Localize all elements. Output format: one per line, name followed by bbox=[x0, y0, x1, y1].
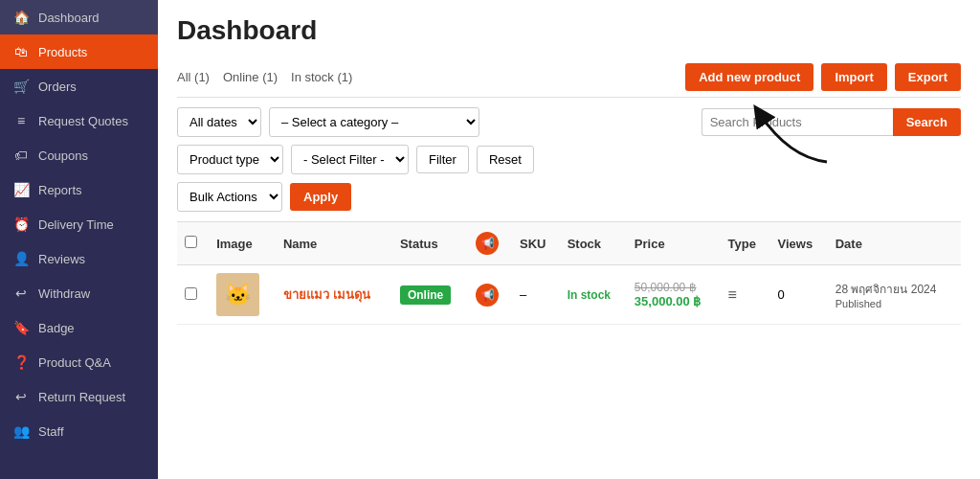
sidebar-label-delivery-time: Delivery Time bbox=[38, 217, 114, 232]
price-old: 50,000.00 ฿ bbox=[635, 281, 713, 294]
sidebar-item-request-quotes[interactable]: ≡ Request Quotes bbox=[0, 103, 158, 138]
main-content: Dashboard All (1)Online (1)In stock (1) … bbox=[158, 0, 980, 479]
row-date-cell: 28 พฤศจิกายน 2024 Published bbox=[828, 265, 961, 325]
col-megaphone: 📢 bbox=[468, 222, 512, 265]
col-type: Type bbox=[721, 222, 770, 265]
sidebar-item-coupons[interactable]: 🏷 Coupons bbox=[0, 138, 158, 172]
search-input[interactable] bbox=[702, 108, 893, 136]
sidebar-item-staff[interactable]: 👥 Staff bbox=[0, 414, 158, 448]
delivery-time-icon: ⏰ bbox=[13, 217, 29, 232]
sidebar: 🏠 Dashboard🛍 Products🛒 Orders≡ Request Q… bbox=[0, 0, 158, 479]
staff-icon: 👥 bbox=[13, 423, 29, 439]
category-select[interactable]: – Select a category – bbox=[269, 107, 479, 137]
row-checkbox[interactable] bbox=[185, 287, 197, 300]
import-button[interactable]: Import bbox=[821, 63, 886, 91]
product-date: 28 พฤศจิกายน 2024 Published bbox=[835, 280, 953, 309]
megaphone-icon[interactable]: 📢 bbox=[476, 284, 499, 307]
filter-button[interactable]: Filter bbox=[416, 146, 469, 173]
sidebar-label-reviews: Reviews bbox=[38, 252, 85, 266]
sidebar-item-products[interactable]: 🛍 Products bbox=[0, 34, 158, 69]
tab-0[interactable]: All (1) bbox=[177, 70, 210, 84]
sidebar-label-product-qa: Product Q&A bbox=[38, 355, 111, 370]
product-type-select[interactable]: Product type bbox=[177, 145, 283, 174]
filter-row-2: Product type - Select Filter - Filter Re… bbox=[177, 145, 961, 174]
row-price-cell: 50,000.00 ฿ 35,000.00 ฿ bbox=[627, 265, 721, 325]
tabs-right: Add new product Import Export bbox=[685, 63, 961, 91]
price-new: 35,000.00 ฿ bbox=[635, 294, 713, 308]
select-filter-select[interactable]: - Select Filter - bbox=[291, 145, 409, 174]
type-icon: ≡ bbox=[728, 286, 737, 303]
bulk-actions-select[interactable]: Bulk Actions bbox=[177, 182, 282, 212]
product-image: 🐱 bbox=[216, 273, 259, 316]
content-area: All (1)Online (1)In stock (1) Add new pr… bbox=[158, 54, 980, 479]
col-stock: Stock bbox=[560, 222, 627, 265]
row-megaphone-cell[interactable]: 📢 bbox=[468, 265, 512, 325]
dates-select[interactable]: All dates bbox=[177, 107, 261, 137]
sidebar-label-orders: Orders bbox=[38, 80, 77, 94]
reports-icon: 📈 bbox=[13, 182, 29, 197]
row-name-cell: ขายแมว เมนดุน bbox=[276, 265, 392, 325]
col-price: Price bbox=[627, 222, 721, 265]
export-button[interactable]: Export bbox=[895, 63, 961, 91]
row-stock-cell: In stock bbox=[560, 265, 627, 325]
row-status-cell: Online bbox=[392, 265, 468, 325]
tabs-left: All (1)Online (1)In stock (1) bbox=[177, 70, 352, 84]
coupons-icon: 🏷 bbox=[13, 148, 29, 163]
badge-icon: 🔖 bbox=[13, 320, 29, 335]
add-product-button[interactable]: Add new product bbox=[685, 63, 813, 91]
reset-button[interactable]: Reset bbox=[477, 146, 534, 173]
col-checkbox bbox=[177, 222, 209, 265]
sidebar-item-return-request[interactable]: ↩ Return Request bbox=[0, 379, 158, 414]
tab-1[interactable]: Online (1) bbox=[223, 70, 278, 84]
reviews-icon: 👤 bbox=[13, 251, 29, 266]
sidebar-label-return-request: Return Request bbox=[38, 390, 125, 404]
sidebar-item-delivery-time[interactable]: ⏰ Delivery Time bbox=[0, 207, 158, 241]
page-header: Dashboard bbox=[158, 0, 980, 54]
sidebar-item-badge[interactable]: 🔖 Badge bbox=[0, 310, 158, 345]
row-image-cell: 🐱 bbox=[209, 265, 276, 325]
sidebar-label-withdraw: Withdraw bbox=[38, 286, 90, 301]
products-table: Image Name Status 📢 SKU Stock Price Type… bbox=[177, 221, 961, 325]
sidebar-label-request-quotes: Request Quotes bbox=[38, 114, 128, 128]
return-request-icon: ↩ bbox=[13, 389, 29, 404]
sidebar-label-coupons: Coupons bbox=[38, 148, 88, 163]
sidebar-label-staff: Staff bbox=[38, 424, 64, 439]
sidebar-item-withdraw[interactable]: ↩ Withdraw bbox=[0, 276, 158, 310]
page-title: Dashboard bbox=[177, 15, 961, 46]
product-name[interactable]: ขายแมว เมนดุน bbox=[283, 287, 370, 302]
filter-row-1: All dates – Select a category – Search bbox=[177, 107, 961, 137]
stock-status: In stock bbox=[568, 288, 611, 302]
publish-status: Published bbox=[835, 298, 953, 309]
col-views: Views bbox=[770, 222, 828, 265]
orders-icon: 🛒 bbox=[13, 79, 29, 94]
sidebar-item-reviews[interactable]: 👤 Reviews bbox=[0, 241, 158, 276]
table-header-row: Image Name Status 📢 SKU Stock Price Type… bbox=[177, 222, 961, 265]
search-button[interactable]: Search bbox=[893, 108, 961, 136]
select-all-checkbox[interactable] bbox=[185, 236, 197, 248]
request-quotes-icon: ≡ bbox=[13, 113, 29, 128]
row-checkbox-cell[interactable] bbox=[177, 265, 209, 325]
col-sku: SKU bbox=[512, 222, 560, 265]
sidebar-item-orders[interactable]: 🛒 Orders bbox=[0, 69, 158, 103]
sidebar-label-dashboard: Dashboard bbox=[38, 11, 100, 25]
product-qa-icon: ❓ bbox=[13, 354, 29, 370]
sidebar-item-product-qa[interactable]: ❓ Product Q&A bbox=[0, 345, 158, 379]
row-sku-cell: – bbox=[512, 265, 560, 325]
row-views-cell: 0 bbox=[770, 265, 828, 325]
col-date: Date bbox=[828, 222, 961, 265]
apply-button[interactable]: Apply bbox=[290, 183, 351, 211]
tab-2[interactable]: In stock (1) bbox=[291, 70, 352, 84]
sidebar-label-reports: Reports bbox=[38, 183, 82, 197]
tabs-row: All (1)Online (1)In stock (1) Add new pr… bbox=[177, 54, 961, 98]
bulk-row: Bulk Actions Apply bbox=[177, 182, 961, 212]
sidebar-label-badge: Badge bbox=[38, 321, 75, 335]
row-type-cell: ≡ bbox=[721, 265, 770, 325]
sidebar-item-reports[interactable]: 📈 Reports bbox=[0, 172, 158, 207]
col-image: Image bbox=[209, 222, 276, 265]
dashboard-icon: 🏠 bbox=[13, 10, 29, 25]
col-status: Status bbox=[392, 222, 468, 265]
products-icon: 🛍 bbox=[13, 44, 29, 59]
status-badge: Online bbox=[400, 285, 451, 305]
sidebar-item-dashboard[interactable]: 🏠 Dashboard bbox=[0, 0, 158, 34]
search-row: Search bbox=[702, 108, 961, 136]
